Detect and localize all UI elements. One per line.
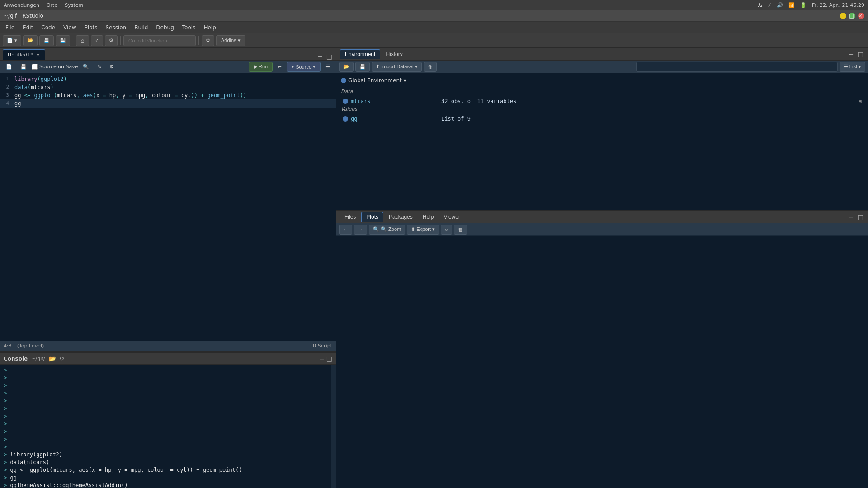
minimize-button[interactable]: − xyxy=(840,13,846,19)
global-env-scope[interactable]: Global Environment ▾ xyxy=(339,76,865,85)
menu-session[interactable]: Session xyxy=(102,23,130,32)
menu-view[interactable]: View xyxy=(60,23,80,32)
save-all-button[interactable]: 💾 xyxy=(56,35,70,46)
tab-help[interactable]: Help xyxy=(418,212,439,222)
save-button[interactable]: 💾 xyxy=(39,35,54,46)
menu-edit[interactable]: Edit xyxy=(19,23,37,32)
files-minimize-button[interactable]: − xyxy=(848,213,855,221)
env-search-input[interactable] xyxy=(636,62,838,72)
menu-tools[interactable]: Tools xyxy=(179,23,199,32)
export-button[interactable]: ⬆ Export ▾ xyxy=(407,225,439,235)
minimize-editor-button[interactable]: − xyxy=(316,53,324,60)
delete-plot-button[interactable]: 🗑 xyxy=(454,225,467,235)
tab-environment[interactable]: Environment xyxy=(340,49,380,59)
editor-status-bar: 4:3 (Top Level) R Script xyxy=(0,341,336,351)
bluetooth-icon: ⚡ xyxy=(768,2,771,8)
tab-label: Untitled1* xyxy=(8,52,33,58)
goto-function-input[interactable] xyxy=(123,35,196,46)
env-toolbar: 📂 💾 ⬆ Import Dataset ▾ 🗑 ☰ List ▾ xyxy=(336,61,868,73)
list-view-button[interactable]: ☰ List ▾ xyxy=(840,62,865,72)
open-file-button[interactable]: 📂 xyxy=(23,35,38,46)
new-script-button[interactable]: 📄 xyxy=(3,62,15,72)
scope-label: Global Environment ▾ xyxy=(348,77,406,84)
env-maximize-button[interactable]: □ xyxy=(857,51,864,58)
run-previous-button[interactable]: ↩ xyxy=(274,62,285,72)
console-line-4: > xyxy=(4,389,328,397)
source-dropdown-icon: ▾ xyxy=(313,64,316,70)
save-workspace-button[interactable]: 💾 xyxy=(355,62,370,72)
menu-debug[interactable]: Debug xyxy=(152,23,177,32)
source-icon: ▸ xyxy=(292,64,294,70)
menu-help[interactable]: Help xyxy=(200,23,219,32)
values-section-header: Values xyxy=(339,105,865,113)
workspace-icon[interactable]: ⚙ xyxy=(202,35,214,46)
mtcars-value: 32 obs. of 11 variables xyxy=(441,98,859,104)
import-label: Import Dataset ▾ xyxy=(381,64,418,70)
battery-icon: 🔋 xyxy=(800,2,807,8)
source-on-save-checkbox[interactable] xyxy=(32,64,38,70)
main-toolbar: 📄▾ 📂 💾 💾 🖨 ✓ ⚙ ⚙ Addins ▾ xyxy=(0,33,868,48)
editor-tab-untitled1[interactable]: Untitled1* × xyxy=(3,49,45,60)
close-button[interactable]: × xyxy=(858,13,864,19)
console-sync-icon[interactable]: ↺ xyxy=(60,355,65,362)
env-row-gg[interactable]: gg List of 9 xyxy=(339,115,865,123)
gg-icon xyxy=(343,116,348,122)
line-content-1: library(ggplot2) xyxy=(13,75,336,83)
zoom-icon: 🔍 xyxy=(373,226,379,232)
tab-files[interactable]: Files xyxy=(340,212,360,222)
env-minimize-button[interactable]: − xyxy=(848,51,855,58)
console-maximize-button[interactable]: □ xyxy=(326,355,332,362)
save-script-button[interactable]: 💾 xyxy=(17,62,30,72)
run-button[interactable]: ▶ Run xyxy=(249,62,273,72)
console-content[interactable]: > > > > > > > > > > > > library(ggplot2)… xyxy=(0,365,331,488)
right-pane: Environment History − □ 📂 💾 ⬆ Import Dat… xyxy=(336,48,868,488)
spell-check-button[interactable]: ✎ xyxy=(94,62,104,72)
line-number-4: 4 xyxy=(0,99,13,108)
clear-plot-button[interactable]: ○ xyxy=(441,225,452,235)
next-plot-button[interactable]: → xyxy=(354,225,367,235)
menu-plots[interactable]: Plots xyxy=(81,23,101,32)
search-script-button[interactable]: 🔍 xyxy=(80,62,92,72)
menu-code[interactable]: Code xyxy=(38,23,59,32)
source-button[interactable]: ▸ Source ▾ xyxy=(287,62,321,72)
zoom-button[interactable]: 🔍 🔍 Zoom xyxy=(369,225,405,235)
maximize-button[interactable]: □ xyxy=(849,13,855,19)
menu-build[interactable]: Build xyxy=(131,23,151,32)
load-workspace-button[interactable]: 📂 xyxy=(339,62,354,72)
check-button[interactable]: ✓ xyxy=(91,35,103,46)
print-button[interactable]: 🖨 xyxy=(76,35,89,46)
addins-button[interactable]: Addins ▾ xyxy=(216,35,245,46)
clear-workspace-button[interactable]: 🗑 xyxy=(424,62,437,72)
editor-area: Untitled1* × − □ 📄 💾 Source on Save 🔍 ✎ xyxy=(0,48,336,351)
files-maximize-button[interactable]: □ xyxy=(857,213,864,221)
export-icon: ⬆ xyxy=(411,226,415,232)
source-on-save-label: Source on Save xyxy=(39,64,78,70)
tab-plots[interactable]: Plots xyxy=(361,212,383,222)
code-editor[interactable]: 1 library(ggplot2) 2 data(mtcars) 3 gg <… xyxy=(0,73,336,341)
tab-close-button[interactable]: × xyxy=(36,52,40,58)
menu-bar: File Edit Code View Plots Session Build … xyxy=(0,22,868,33)
env-row-mtcars[interactable]: mtcars 32 obs. of 11 variables ⊞ xyxy=(339,97,865,105)
menu-file[interactable]: File xyxy=(2,23,18,32)
console-cmd-library: > library(ggplot2) xyxy=(4,451,328,459)
tab-history[interactable]: History xyxy=(381,49,407,59)
left-pane: Untitled1* × − □ 📄 💾 Source on Save 🔍 ✎ xyxy=(0,48,336,488)
tab-viewer[interactable]: Viewer xyxy=(439,212,464,222)
mtcars-view-button[interactable]: ⊞ xyxy=(859,99,862,104)
console-line-9: > xyxy=(4,428,328,436)
import-dataset-button[interactable]: ⬆ Import Dataset ▾ xyxy=(372,62,422,72)
anwendungen-menu[interactable]: Anwendungen xyxy=(4,2,39,8)
prev-plot-button[interactable]: ← xyxy=(339,225,352,235)
new-file-button[interactable]: 📄▾ xyxy=(3,35,21,46)
collapse-button[interactable]: ☰ xyxy=(322,62,333,72)
orte-menu[interactable]: Orte xyxy=(47,2,57,8)
tab-packages[interactable]: Packages xyxy=(384,212,417,222)
maximize-editor-button[interactable]: □ xyxy=(326,53,333,60)
console-open-folder-icon[interactable]: 📂 xyxy=(49,355,56,362)
console-scrollbar[interactable] xyxy=(331,365,336,488)
code-tools-button[interactable]: ⚙ xyxy=(106,62,117,72)
compile-button[interactable]: ⚙ xyxy=(105,35,118,46)
data-section-header: Data xyxy=(339,88,865,95)
console-minimize-button[interactable]: − xyxy=(319,355,325,362)
system-menu[interactable]: System xyxy=(65,2,83,8)
